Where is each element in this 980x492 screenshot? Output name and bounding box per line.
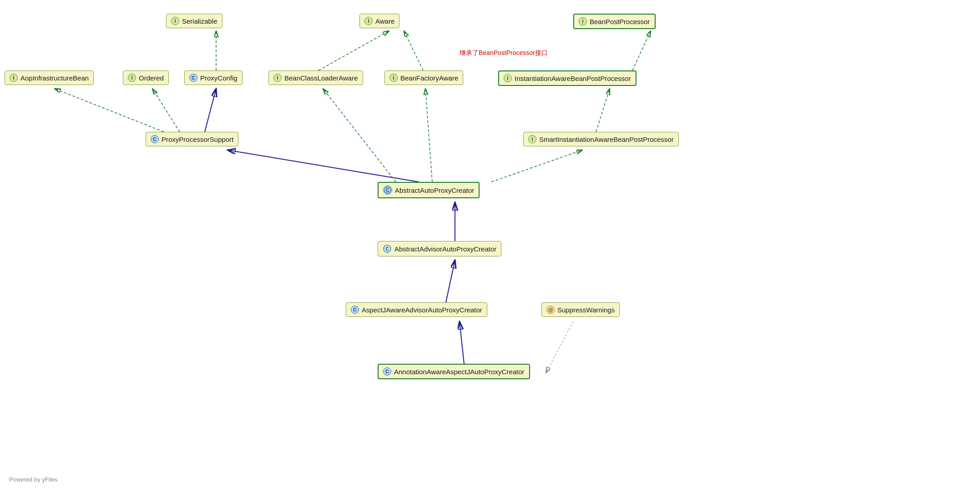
label-serializable: Serializable xyxy=(182,17,217,25)
svg-line-2 xyxy=(404,31,423,70)
label-aspectj-aware-advisor-auto-proxy-creator: AspectJAwareAdvisorAutoProxyCreator xyxy=(362,306,482,314)
svg-line-6 xyxy=(55,89,164,132)
svg-line-14 xyxy=(460,321,464,364)
node-aspectj-aware-advisor-auto-proxy-creator: C AspectJAwareAdvisorAutoProxyCreator xyxy=(346,302,487,317)
svg-line-3 xyxy=(632,31,651,70)
svg-line-13 xyxy=(446,260,455,302)
label-instantiation-aware-bpp: InstantiationAwareBeanPostProcessor xyxy=(515,75,631,82)
node-abstract-auto-proxy-creator: C AbstractAutoProxyCreator xyxy=(378,182,480,198)
svg-line-15 xyxy=(546,321,573,373)
badge-proxy-config: C xyxy=(189,74,197,82)
node-suppress-warnings: @ SuppressWarnings xyxy=(541,302,620,317)
badge-ordered: I xyxy=(128,74,136,82)
badge-abstract-advisor-auto-proxy-creator: C xyxy=(383,244,392,253)
label-aop-infrastructure-bean: AopInfrastructureBean xyxy=(20,74,89,82)
node-bean-factory-aware: I BeanFactoryAware xyxy=(384,70,463,85)
node-ordered: I Ordered xyxy=(123,70,169,85)
badge-aware: I xyxy=(364,17,373,25)
svg-text:C: C xyxy=(386,188,389,193)
svg-line-4 xyxy=(205,89,216,132)
node-aop-infrastructure-bean: I AopInfrastructureBean xyxy=(5,70,94,85)
node-serializable: I Serializable xyxy=(166,14,222,28)
node-abstract-advisor-auto-proxy-creator: C AbstractAdvisorAutoProxyCreator xyxy=(378,241,501,256)
badge-proxy-processor-support: C xyxy=(151,135,159,143)
label-proxy-processor-support: ProxyProcessorSupport xyxy=(162,136,233,143)
node-annotation-aware-aspectj-auto-proxy-creator: C AnnotationAwareAspectJAutoProxyCreator xyxy=(378,364,530,379)
badge-bean-post-processor: I xyxy=(579,17,587,25)
node-proxy-processor-support: C ProxyProcessorSupport xyxy=(146,132,238,146)
label-bean-class-loader-aware: BeanClassLoaderAware xyxy=(284,74,358,82)
svg-line-5 xyxy=(152,89,180,132)
label-proxy-config: ProxyConfig xyxy=(200,74,237,82)
label-inherits-bean-post-processor: 继承了BeanPostProcessor接口 xyxy=(460,49,548,57)
diagram-container: I Serializable I Aware I BeanPostProcess… xyxy=(0,0,980,492)
svg-line-11 xyxy=(425,89,432,182)
badge-serializable: I xyxy=(171,17,179,25)
svg-line-1 xyxy=(318,31,389,70)
label-annotation-aware-aspectj-auto-proxy-creator: AnnotationAwareAspectJAutoProxyCreator xyxy=(394,368,525,376)
label-bean-factory-aware: BeanFactoryAware xyxy=(400,74,458,82)
label-suppress-warnings: SuppressWarnings xyxy=(557,306,615,314)
label-abstract-auto-proxy-creator: AbstractAutoProxyCreator xyxy=(395,186,474,194)
powered-by: Powered by yFiles xyxy=(9,476,57,483)
svg-line-9 xyxy=(491,150,582,182)
label-ordered: Ordered xyxy=(139,74,164,82)
badge-instantiation-aware-bpp: I xyxy=(504,74,512,82)
node-proxy-config: C ProxyConfig xyxy=(184,70,242,85)
svg-line-10 xyxy=(323,89,396,182)
node-aware: I Aware xyxy=(359,14,399,28)
svg-text:C: C xyxy=(385,246,389,251)
label-bean-post-processor: BeanPostProcessor xyxy=(590,18,650,25)
svg-line-8 xyxy=(227,150,419,182)
node-instantiation-aware-bean-post-processor: I InstantiationAwareBeanPostProcessor xyxy=(498,70,636,86)
badge-suppress-warnings: @ xyxy=(546,306,555,314)
badge-bean-class-loader-aware: I xyxy=(273,74,282,82)
badge-bean-factory-aware: I xyxy=(389,74,398,82)
node-bean-class-loader-aware: I BeanClassLoaderAware xyxy=(268,70,363,85)
badge-smart-instantiation-aware-bpp: I xyxy=(528,135,536,143)
label-smart-instantiation-aware-bpp: SmartInstantiationAwareBeanPostProcessor xyxy=(539,136,674,143)
badge-aop-infrastructure-bean: I xyxy=(10,74,18,82)
label-aware: Aware xyxy=(375,17,394,25)
badge-aspectj-aware-advisor-auto-proxy-creator: C xyxy=(351,306,359,314)
node-smart-instantiation-aware-bpp: I SmartInstantiationAwareBeanPostProcess… xyxy=(523,132,679,146)
badge-abstract-auto-proxy-creator: C xyxy=(383,186,392,195)
svg-line-7 xyxy=(596,89,610,132)
node-bean-post-processor: I BeanPostProcessor xyxy=(573,14,656,29)
label-abstract-advisor-auto-proxy-creator: AbstractAdvisorAutoProxyCreator xyxy=(394,245,496,253)
badge-annotation-aware-aspectj-auto-proxy-creator: C xyxy=(383,367,391,376)
